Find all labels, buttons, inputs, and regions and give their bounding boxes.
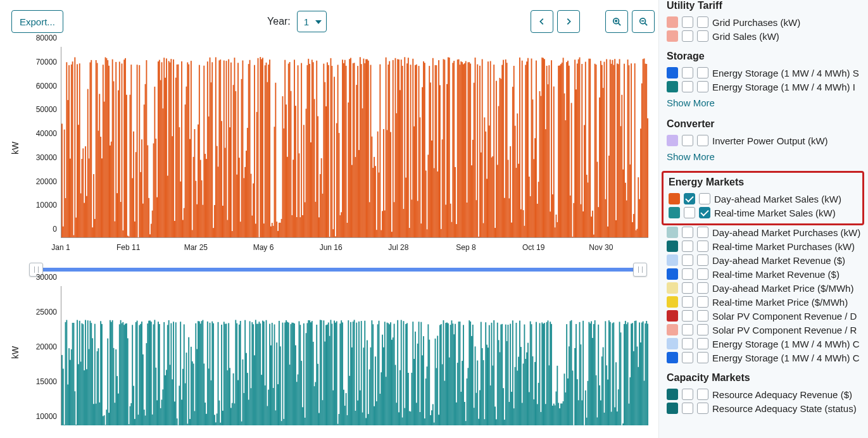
svg-rect-812	[419, 412, 420, 425]
svg-rect-642	[220, 423, 221, 425]
svg-rect-425	[552, 194, 553, 237]
zoom-out-button[interactable]	[632, 10, 655, 33]
svg-rect-256	[354, 63, 355, 237]
svg-rect-918	[544, 323, 545, 425]
plot-bottom[interactable]	[61, 286, 648, 425]
show-more-storage[interactable]: Show More	[667, 97, 715, 108]
svg-rect-237	[331, 66, 332, 237]
color-swatch	[667, 282, 678, 294]
checkbox-secondary[interactable]	[697, 67, 708, 78]
checkbox-secondary[interactable]	[697, 16, 708, 28]
svg-rect-577	[144, 410, 145, 425]
svg-rect-1004	[645, 323, 646, 425]
svg-rect-815	[423, 336, 424, 425]
checkbox-secondary[interactable]	[697, 338, 708, 349]
checkbox-secondary[interactable]	[697, 282, 708, 294]
svg-rect-176	[260, 57, 261, 237]
checkbox-secondary[interactable]	[697, 30, 708, 42]
checkbox-primary[interactable]	[682, 241, 693, 252]
checkbox-secondary[interactable]	[699, 207, 710, 218]
chevron-left-icon	[538, 17, 546, 26]
svg-rect-153	[233, 85, 234, 237]
svg-rect-722	[314, 386, 315, 425]
svg-rect-573	[139, 325, 140, 425]
svg-rect-604	[175, 322, 177, 425]
legend-label: Real-time Market Price ($/MWh)	[712, 297, 848, 308]
color-swatch	[667, 352, 678, 363]
checkbox-secondary[interactable]	[697, 241, 708, 252]
checkbox-secondary[interactable]	[697, 135, 708, 146]
svg-rect-662	[243, 393, 244, 425]
checkbox-primary[interactable]	[684, 207, 695, 218]
svg-rect-294	[398, 59, 399, 237]
prev-button[interactable]	[531, 10, 553, 33]
color-swatch	[667, 227, 678, 238]
checkbox-primary[interactable]	[684, 193, 695, 204]
range-handle-right[interactable]	[633, 263, 647, 277]
svg-rect-516	[72, 323, 73, 425]
checkbox-primary[interactable]	[682, 67, 693, 78]
svg-rect-928	[556, 391, 557, 425]
checkbox-secondary[interactable]	[697, 389, 708, 400]
checkbox-primary[interactable]	[682, 324, 693, 335]
svg-rect-195	[282, 96, 284, 237]
svg-rect-385	[505, 59, 506, 237]
checkbox-primary[interactable]	[682, 389, 693, 400]
checkbox-primary[interactable]	[682, 352, 693, 363]
checkbox-secondary[interactable]	[697, 403, 708, 414]
checkbox-secondary[interactable]	[697, 81, 708, 92]
export-button[interactable]: Export...	[11, 10, 63, 33]
svg-rect-159	[240, 222, 241, 237]
checkbox-primary[interactable]	[682, 282, 693, 294]
checkbox-primary[interactable]	[682, 16, 693, 28]
checkbox-secondary[interactable]	[697, 352, 708, 363]
checkbox-secondary[interactable]	[699, 193, 710, 204]
svg-rect-515	[71, 349, 72, 425]
checkbox-primary[interactable]	[682, 254, 693, 266]
svg-rect-395	[517, 113, 518, 237]
svg-rect-526	[84, 370, 85, 425]
svg-rect-327	[437, 172, 438, 237]
checkbox-primary[interactable]	[682, 310, 693, 322]
checkbox-secondary[interactable]	[697, 268, 708, 280]
svg-rect-545	[106, 410, 107, 425]
svg-rect-764	[363, 347, 364, 425]
plot-top[interactable]	[61, 47, 648, 238]
year-select[interactable]: 1	[297, 11, 327, 32]
svg-rect-407	[531, 58, 532, 237]
svg-rect-35	[94, 219, 96, 237]
svg-rect-157	[237, 63, 239, 237]
time-range-slider[interactable]	[30, 263, 646, 276]
svg-rect-756	[354, 320, 355, 425]
checkbox-secondary[interactable]	[697, 310, 708, 322]
energy-markets-row: Energy Storage (1 MW / 4 MWh) C	[667, 337, 868, 351]
svg-rect-751	[348, 320, 349, 425]
svg-rect-203	[291, 215, 292, 237]
checkbox-primary[interactable]	[682, 268, 693, 280]
checkbox-secondary[interactable]	[697, 296, 708, 308]
svg-rect-724	[316, 325, 317, 425]
show-more-converter[interactable]: Show More	[667, 151, 715, 162]
zoom-in-button[interactable]	[605, 10, 628, 33]
next-button[interactable]	[557, 10, 580, 33]
checkbox-primary[interactable]	[682, 338, 693, 349]
checkbox-secondary[interactable]	[697, 324, 708, 335]
checkbox-primary[interactable]	[682, 30, 693, 42]
chevron-right-icon	[564, 17, 573, 26]
svg-rect-936	[565, 392, 566, 425]
svg-rect-483	[620, 126, 622, 237]
checkbox-primary[interactable]	[682, 296, 693, 308]
svg-rect-534	[93, 404, 94, 425]
svg-rect-375	[493, 65, 494, 237]
checkbox-secondary[interactable]	[697, 227, 708, 238]
checkbox-primary[interactable]	[682, 135, 693, 146]
checkbox-secondary[interactable]	[697, 254, 708, 266]
svg-rect-480	[617, 63, 618, 237]
svg-rect-729	[322, 400, 324, 425]
checkbox-primary[interactable]	[682, 403, 693, 414]
checkbox-primary[interactable]	[682, 227, 693, 238]
svg-rect-822	[431, 410, 432, 425]
checkbox-primary[interactable]	[682, 81, 693, 92]
svg-rect-422	[548, 65, 550, 237]
zoom-in-icon	[612, 17, 621, 26]
